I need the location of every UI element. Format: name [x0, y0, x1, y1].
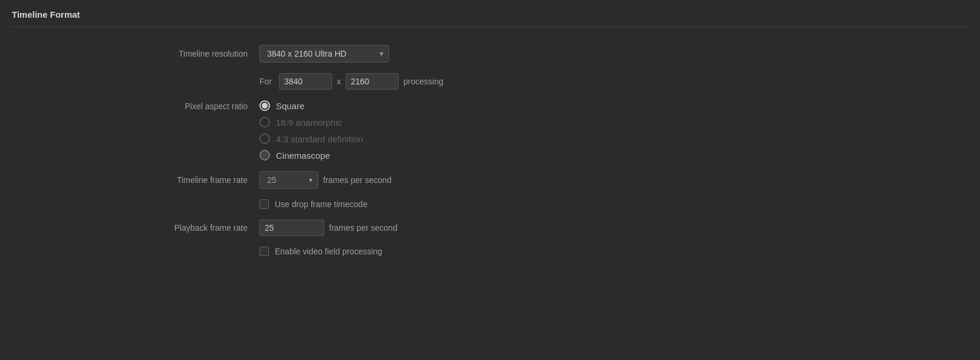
playback-frame-rate-label: Playback frame rate — [130, 223, 259, 233]
pixel-aspect-ratio-row: Pixel aspect ratio Square 16:9 anamorphi… — [130, 100, 968, 161]
timeline-resolution-dropdown-wrapper[interactable]: 3840 x 2160 Ultra HD 1920 x 1080 HD 1280… — [259, 45, 389, 63]
processing-label: processing — [403, 77, 443, 86]
pixel-aspect-ratio-label: Pixel aspect ratio — [130, 100, 259, 111]
timeline-frame-rate-dropdown-wrapper[interactable]: 23.976 24 25 29.97 30 47.952 48 50 59.94… — [259, 171, 318, 189]
timeline-frame-rate-content: 23.976 24 25 29.97 30 47.952 48 50 59.94… — [259, 171, 392, 189]
radio-square-button[interactable] — [259, 100, 270, 111]
video-field-checkbox[interactable] — [259, 247, 269, 256]
resolution-values-content: For x processing — [259, 73, 443, 90]
radio-standard-label: 4:3 standard definition — [276, 134, 363, 144]
x-separator: x — [337, 77, 341, 86]
radio-item-cinemascope[interactable]: Cinemascope — [259, 150, 363, 161]
timeline-framerate-suffix: frames per second — [323, 175, 392, 185]
playback-frame-rate-input[interactable] — [259, 220, 324, 236]
main-container: Timeline Format Timeline resolution 3840… — [0, 0, 980, 360]
drop-frame-checkbox[interactable] — [259, 199, 269, 209]
playback-frame-rate-row: Playback frame rate frames per second — [130, 220, 968, 236]
playback-frame-rate-content: frames per second — [259, 220, 397, 236]
section-title: Timeline Format — [12, 9, 968, 27]
radio-item-standard[interactable]: 4:3 standard definition — [259, 133, 363, 144]
drop-frame-row: Use drop frame timecode — [130, 199, 968, 209]
timeline-frame-rate-row: Timeline frame rate 23.976 24 25 29.97 3… — [130, 171, 968, 189]
form-area: Timeline resolution 3840 x 2160 Ultra HD… — [12, 45, 968, 256]
height-input[interactable] — [346, 73, 399, 90]
radio-square-label: Square — [276, 101, 304, 111]
timeline-frame-rate-select[interactable]: 23.976 24 25 29.97 30 47.952 48 50 59.94… — [259, 171, 318, 189]
radio-anamorphic-button[interactable] — [259, 117, 270, 127]
timeline-resolution-row: Timeline resolution 3840 x 2160 Ultra HD… — [130, 45, 968, 63]
timeline-resolution-select[interactable]: 3840 x 2160 Ultra HD 1920 x 1080 HD 1280… — [259, 45, 389, 63]
drop-frame-checkbox-item[interactable]: Use drop frame timecode — [259, 199, 968, 209]
radio-cinemascope-label: Cinemascope — [276, 150, 330, 161]
for-label: For — [259, 77, 272, 86]
timeline-frame-rate-label: Timeline frame rate — [130, 175, 259, 185]
playback-framerate-suffix: frames per second — [329, 223, 397, 233]
video-field-label: Enable video field processing — [275, 247, 382, 256]
timeline-resolution-content: 3840 x 2160 Ultra HD 1920 x 1080 HD 1280… — [259, 45, 389, 63]
radio-item-square[interactable]: Square — [259, 100, 363, 111]
resolution-values-row: For x processing — [130, 73, 968, 90]
radio-cinemascope-button[interactable] — [259, 150, 270, 161]
radio-standard-button[interactable] — [259, 133, 270, 144]
pixel-aspect-radio-group: Square 16:9 anamorphic 4:3 standard defi… — [259, 100, 363, 161]
radio-item-anamorphic[interactable]: 16:9 anamorphic — [259, 117, 363, 127]
video-field-row: Enable video field processing — [130, 247, 968, 256]
video-field-checkbox-item[interactable]: Enable video field processing — [259, 247, 968, 256]
timeline-resolution-label: Timeline resolution — [130, 49, 259, 58]
width-input[interactable] — [279, 73, 332, 90]
drop-frame-label: Use drop frame timecode — [275, 199, 367, 209]
radio-anamorphic-label: 16:9 anamorphic — [276, 117, 342, 127]
